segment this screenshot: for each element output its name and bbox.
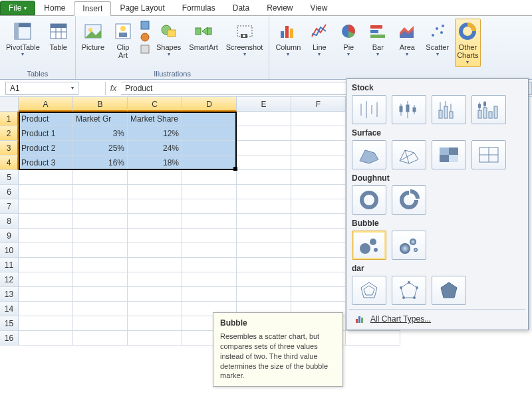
cell[interactable]: [291, 112, 346, 126]
row-header[interactable]: 7: [0, 199, 19, 214]
shape-mini-icon[interactable]: [140, 44, 150, 54]
cell[interactable]: [128, 272, 182, 287]
cell[interactable]: [128, 199, 182, 214]
area-chart-button[interactable]: Area▾: [394, 19, 420, 59]
tab-review[interactable]: Review: [258, 1, 301, 15]
pivottable-button[interactable]: PivotTable▾: [4, 19, 42, 59]
row-header[interactable]: 3: [0, 141, 19, 155]
cell[interactable]: [291, 155, 346, 170]
cell[interactable]: [237, 199, 291, 214]
cell[interactable]: [73, 243, 128, 258]
cell[interactable]: [128, 243, 182, 258]
cell[interactable]: [182, 287, 237, 302]
stock-chart-1[interactable]: [352, 95, 386, 124]
cell[interactable]: [291, 229, 346, 243]
cell[interactable]: [291, 272, 346, 287]
cell[interactable]: 18%: [128, 155, 182, 170]
cell[interactable]: Product 1: [19, 126, 73, 141]
cell[interactable]: [128, 302, 182, 316]
cell[interactable]: [182, 243, 237, 258]
tab-file[interactable]: File▾: [0, 1, 35, 15]
surface-chart-1[interactable]: [352, 140, 386, 169]
row-header[interactable]: 15: [0, 316, 19, 331]
cell[interactable]: Market Gr: [73, 112, 128, 126]
stock-chart-3[interactable]: [432, 95, 466, 124]
cell[interactable]: [182, 229, 237, 243]
tab-insert[interactable]: Insert: [74, 1, 111, 16]
surface-chart-4[interactable]: [471, 140, 506, 169]
surface-chart-2[interactable]: [392, 140, 426, 169]
cell[interactable]: [19, 214, 73, 229]
radar-chart-2[interactable]: [392, 276, 426, 305]
column-chart-button[interactable]: Column▾: [273, 19, 303, 59]
cell[interactable]: [128, 258, 182, 272]
cell[interactable]: 24%: [128, 141, 182, 155]
tab-view[interactable]: View: [302, 1, 336, 15]
cell[interactable]: [182, 126, 237, 141]
cell[interactable]: [73, 302, 128, 316]
cell[interactable]: [237, 112, 291, 126]
cell[interactable]: [128, 185, 182, 199]
row-header[interactable]: 16: [0, 331, 19, 346]
cell[interactable]: [182, 258, 237, 272]
tab-data[interactable]: Data: [224, 1, 258, 15]
cell[interactable]: [19, 272, 73, 287]
cell[interactable]: [291, 141, 346, 155]
column-header[interactable]: D: [182, 97, 237, 112]
cell[interactable]: [73, 214, 128, 229]
all-chart-types-link[interactable]: All Chart Types...: [349, 309, 525, 324]
surface-chart-3[interactable]: [432, 140, 466, 169]
bar-chart-button[interactable]: Bar▾: [365, 19, 390, 59]
cell[interactable]: 12%: [128, 126, 182, 141]
row-header[interactable]: 4: [0, 155, 19, 170]
cell[interactable]: [237, 243, 291, 258]
cell[interactable]: [291, 126, 346, 141]
row-header[interactable]: 5: [0, 170, 19, 185]
cell[interactable]: [237, 126, 291, 141]
column-header[interactable]: E: [237, 97, 291, 112]
cell[interactable]: [128, 229, 182, 243]
cell[interactable]: [19, 243, 73, 258]
cell[interactable]: [237, 185, 291, 199]
row-header[interactable]: 6: [0, 185, 19, 199]
cell[interactable]: [19, 331, 73, 346]
cell[interactable]: [237, 229, 291, 243]
smartart-button[interactable]: SmartArt: [187, 19, 219, 53]
cell[interactable]: [346, 331, 400, 346]
cell[interactable]: [237, 155, 291, 170]
row-header[interactable]: 9: [0, 229, 19, 243]
cell[interactable]: 3%: [73, 126, 128, 141]
cell[interactable]: [237, 170, 291, 185]
column-header[interactable]: A: [19, 97, 73, 112]
fx-button[interactable]: fx: [105, 82, 121, 95]
cell[interactable]: [128, 287, 182, 302]
cell[interactable]: [19, 170, 73, 185]
cell[interactable]: Product 3: [19, 155, 73, 170]
line-chart-button[interactable]: Line▾: [307, 19, 332, 59]
cell[interactable]: [291, 185, 346, 199]
cell[interactable]: [182, 185, 237, 199]
cell[interactable]: [291, 214, 346, 229]
radar-chart-3[interactable]: [432, 276, 466, 305]
row-header[interactable]: 12: [0, 272, 19, 287]
cell[interactable]: [128, 316, 182, 331]
column-header[interactable]: F: [291, 97, 346, 112]
column-header[interactable]: C: [128, 97, 182, 112]
cell[interactable]: [237, 272, 291, 287]
cell[interactable]: [19, 316, 73, 331]
cell[interactable]: 16%: [73, 155, 128, 170]
cell[interactable]: [73, 287, 128, 302]
shapes-button[interactable]: Shapes▾: [154, 19, 183, 59]
cell[interactable]: [19, 185, 73, 199]
stock-chart-4[interactable]: [471, 95, 506, 124]
cell[interactable]: [128, 331, 182, 346]
cell[interactable]: [73, 170, 128, 185]
cell[interactable]: [291, 287, 346, 302]
shape-mini-icon[interactable]: [140, 32, 150, 43]
cell[interactable]: [73, 272, 128, 287]
cell[interactable]: 25%: [73, 141, 128, 155]
cell[interactable]: [182, 112, 237, 126]
other-charts-button[interactable]: Other Charts▾: [455, 19, 480, 67]
screenshot-button[interactable]: Screenshot▾: [224, 19, 265, 59]
scatter-chart-button[interactable]: Scatter▾: [424, 19, 451, 59]
